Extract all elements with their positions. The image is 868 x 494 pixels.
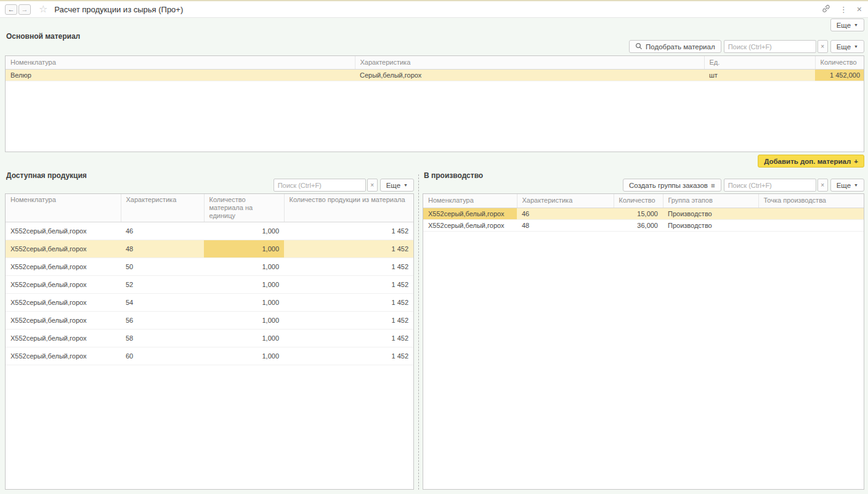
available-products-more-button[interactable]: Еще▼ — [380, 179, 414, 192]
cell-qty_from_material[interactable]: 1 452 — [284, 312, 413, 330]
cell-nomenclature[interactable]: Х552серый,белый,горох — [423, 219, 517, 231]
cell-qty_per_unit[interactable]: 1,000 — [204, 347, 284, 365]
cell-characteristic[interactable]: 50 — [121, 258, 204, 276]
cell-qty_from_material[interactable]: 1 452 — [284, 347, 413, 365]
cell-qty_per_unit[interactable]: 1,000 — [204, 240, 284, 258]
cell-quantity[interactable]: 36,000 — [614, 219, 663, 231]
table-row[interactable]: Х552серый,белый,горох501,0001 452 — [6, 258, 413, 276]
column-header[interactable]: Характеристика — [517, 194, 614, 208]
cell-characteristic[interactable]: 46 — [517, 208, 614, 219]
create-order-groups-button[interactable]: Создать группы заказов ≡ — [623, 179, 721, 192]
table-row[interactable]: Х552серый,белый,горох601,0001 452 — [6, 347, 413, 365]
cell-qty_per_unit[interactable]: 1,000 — [204, 222, 284, 240]
cell-nomenclature[interactable]: Х552серый,белый,горох — [6, 294, 121, 312]
main-material-title: Основной материал — [6, 32, 80, 41]
table-row[interactable]: Х552серый,белый,горох581,0001 452 — [6, 330, 413, 347]
table-row[interactable]: Х552серый,белый,горох4836,000Производств… — [423, 219, 864, 231]
cell-characteristic[interactable]: 48 — [121, 240, 204, 258]
cell-qty_from_material[interactable]: 1 452 — [284, 258, 413, 276]
to-production-search-input[interactable] — [724, 179, 816, 192]
table-row[interactable]: Х552серый,белый,горох4615,000Производств… — [423, 208, 864, 219]
table-row[interactable]: ВелюрСерый,белый,горохшт1 452,000 — [6, 69, 864, 81]
column-header[interactable]: Количество продукции из материала — [284, 194, 413, 222]
cell-production_point[interactable] — [758, 208, 864, 219]
favorite-star-icon[interactable]: ☆ — [39, 4, 47, 14]
cell-qty_per_unit[interactable]: 1,000 — [204, 258, 284, 276]
cell-characteristic[interactable]: 46 — [121, 222, 204, 240]
table-row[interactable]: Х552серый,белый,горох541,0001 452 — [6, 294, 413, 312]
cell-nomenclature[interactable]: Х552серый,белый,горох — [423, 208, 517, 219]
cell-nomenclature[interactable]: Х552серый,белый,горох — [6, 312, 121, 330]
column-header[interactable]: Характеристика — [121, 194, 204, 222]
column-header[interactable]: Количество — [614, 194, 663, 208]
table-row[interactable]: Х552серый,белый,горох461,0001 452 — [6, 222, 413, 240]
cell-unit[interactable]: шт — [704, 69, 815, 81]
cell-production_point[interactable] — [758, 219, 864, 231]
column-header[interactable]: Номенклатура — [6, 56, 355, 69]
cell-qty_per_unit[interactable]: 1,000 — [204, 312, 284, 330]
cell-characteristic[interactable]: 52 — [121, 276, 204, 294]
clear-search-icon[interactable]: × — [367, 179, 378, 192]
cell-characteristic[interactable]: 60 — [121, 347, 204, 365]
to-production-table-panel: Номенклатура Характеристика Количество Г… — [423, 193, 864, 490]
column-header[interactable]: Группа этапов — [663, 194, 758, 208]
clear-search-icon[interactable]: × — [817, 179, 828, 192]
to-production-more-button[interactable]: Еще▼ — [830, 179, 864, 192]
cell-quantity[interactable]: 15,000 — [614, 208, 663, 219]
cell-qty_from_material[interactable]: 1 452 — [284, 240, 413, 258]
clear-search-icon[interactable]: × — [817, 40, 828, 53]
cell-nomenclature[interactable]: Х552серый,белый,горох — [6, 222, 121, 240]
cell-quantity[interactable]: 1 452,000 — [815, 69, 864, 81]
cell-characteristic[interactable]: 56 — [121, 312, 204, 330]
main-material-search-input[interactable] — [724, 40, 816, 53]
cell-characteristic[interactable]: 58 — [121, 330, 204, 347]
cell-stage_group[interactable]: Производство — [663, 208, 758, 219]
cell-nomenclature[interactable]: Х552серый,белый,горох — [6, 347, 121, 365]
window-more-button[interactable]: Еще▼ — [830, 18, 864, 31]
cell-qty_from_material[interactable]: 1 452 — [284, 330, 413, 347]
column-header[interactable]: Количество материала на единицу — [204, 194, 284, 222]
table-row[interactable]: Х552серый,белый,горох561,0001 452 — [6, 312, 413, 330]
back-arrow-icon: ← — [8, 6, 15, 13]
close-icon[interactable]: × — [857, 4, 862, 14]
cell-nomenclature[interactable]: Х552серый,белый,горох — [6, 330, 121, 347]
cell-qty_from_material[interactable]: 1 452 — [284, 294, 413, 312]
cell-qty_per_unit[interactable]: 1,000 — [204, 330, 284, 347]
search-icon — [635, 43, 643, 51]
cell-nomenclature[interactable]: Х552серый,белый,горох — [6, 258, 121, 276]
cell-characteristic[interactable]: 54 — [121, 294, 204, 312]
cell-qty_from_material[interactable]: 1 452 — [284, 276, 413, 294]
available-products-search-input[interactable] — [274, 179, 366, 192]
link-icon[interactable] — [822, 4, 830, 14]
cell-nomenclature[interactable]: Х552серый,белый,горох — [6, 276, 121, 294]
panel-splitter[interactable] — [418, 174, 419, 490]
table-header-row: Номенклатура Характеристика Количество м… — [6, 194, 413, 222]
cell-stage_group[interactable]: Производство — [663, 219, 758, 231]
cell-nomenclature[interactable]: Х552серый,белый,горох — [6, 240, 121, 258]
table-header-row: Номенклатура Характеристика Количество Г… — [423, 194, 864, 208]
available-products-table: Номенклатура Характеристика Количество м… — [6, 194, 413, 365]
forward-arrow-icon: → — [22, 6, 28, 13]
back-button[interactable]: ← — [5, 4, 17, 15]
forward-button[interactable]: → — [18, 4, 31, 15]
cell-qty_per_unit[interactable]: 1,000 — [204, 294, 284, 312]
table-row[interactable]: Х552серый,белый,горох481,0001 452 — [6, 240, 413, 258]
main-material-more-button[interactable]: Еще▼ — [830, 40, 864, 53]
column-header[interactable]: Ед. — [704, 56, 815, 69]
column-header[interactable]: Номенклатура — [423, 194, 517, 208]
column-header[interactable]: Номенклатура — [6, 194, 121, 222]
cell-characteristic[interactable]: Серый,белый,горох — [355, 69, 704, 81]
cell-characteristic[interactable]: 48 — [517, 219, 614, 231]
column-header[interactable]: Характеристика — [355, 56, 704, 69]
more-dots-icon[interactable]: ⋮ — [840, 5, 848, 14]
cell-qty_from_material[interactable]: 1 452 — [284, 222, 413, 240]
chevron-down-icon: ▼ — [404, 183, 408, 187]
column-header[interactable]: Количество — [815, 56, 864, 69]
cell-nomenclature[interactable]: Велюр — [6, 69, 355, 81]
add-extra-material-button[interactable]: Добавить доп. материал+ — [758, 155, 864, 168]
table-row[interactable]: Х552серый,белый,горох521,0001 452 — [6, 276, 413, 294]
cell-qty_per_unit[interactable]: 1,000 — [204, 276, 284, 294]
column-header[interactable]: Точка производства — [758, 194, 864, 208]
pick-material-button[interactable]: Подобрать материал — [629, 40, 721, 53]
main-material-table: Номенклатура Характеристика Ед. Количест… — [6, 56, 864, 81]
